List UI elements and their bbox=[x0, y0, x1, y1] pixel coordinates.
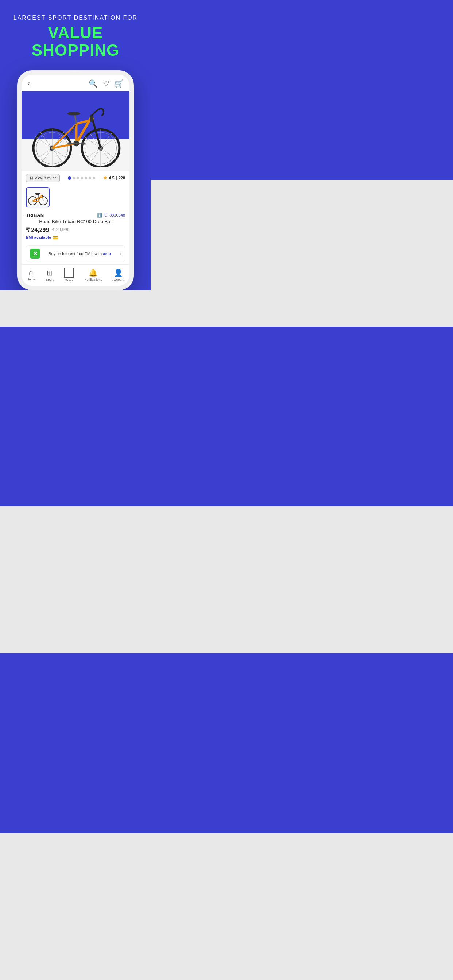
nav-account[interactable]: 👤 Account bbox=[112, 268, 124, 282]
rating-badge: ★ 4.5 | 228 bbox=[103, 175, 125, 180]
dot-4[interactable] bbox=[81, 177, 83, 180]
info-icon: ℹ️ bbox=[97, 213, 102, 218]
product-thumbnail[interactable] bbox=[26, 188, 49, 207]
product-image-area: TRIBAN bbox=[22, 91, 129, 171]
dot-7[interactable] bbox=[93, 177, 95, 180]
cart-icon[interactable]: 🛒 bbox=[115, 79, 124, 88]
thumbnail-bike bbox=[27, 188, 48, 206]
svg-rect-30 bbox=[67, 142, 72, 145]
svg-line-26 bbox=[75, 115, 76, 124]
nav-account-label: Account bbox=[112, 278, 124, 282]
current-price: ₹ 24,299 bbox=[26, 226, 49, 233]
product-title: Road Bike Triban RC100 Drop Bar bbox=[26, 219, 125, 224]
view-similar-button[interactable]: ⊡ View similar bbox=[26, 174, 60, 182]
nav-scan[interactable]: Scan bbox=[64, 267, 74, 282]
svg-line-39 bbox=[42, 195, 43, 201]
review-count: 228 bbox=[118, 176, 125, 180]
thumbnail-row bbox=[22, 185, 129, 210]
brand-name: TRIBAN bbox=[26, 213, 44, 218]
nav-home[interactable]: ⌂ Home bbox=[27, 268, 35, 281]
phone-top-bar: ‹ 🔍 ♡ 🛒 bbox=[22, 75, 129, 91]
phone-frame: ‹ 🔍 ♡ 🛒 bbox=[17, 70, 134, 290]
dot-2[interactable] bbox=[73, 177, 75, 180]
hero-title: VALUE SHOPPING bbox=[11, 24, 140, 59]
nav-sport-label: Sport bbox=[46, 278, 54, 282]
emi-row: EMI available 💳 bbox=[26, 235, 125, 240]
price-row: ₹ 24,299 ₹ 29,999 bbox=[26, 226, 125, 233]
top-icons: 🔍 ♡ 🛒 bbox=[89, 79, 124, 88]
view-similar-icon: ⊡ bbox=[30, 176, 33, 180]
axio-logo: ✕ bbox=[30, 249, 40, 259]
heart-icon[interactable]: ♡ bbox=[103, 79, 109, 88]
emi-arrow-icon: › bbox=[119, 251, 121, 257]
svg-point-42 bbox=[35, 193, 40, 195]
emi-card-icon: 💳 bbox=[53, 235, 58, 240]
brand-id-row: TRIBAN ℹ️ ID: 8810348 bbox=[26, 213, 125, 218]
bottom-nav: ⌂ Home ⊞ Sport bbox=[22, 264, 129, 286]
bell-icon: 🔔 bbox=[89, 268, 98, 277]
phone-inner: ‹ 🔍 ♡ 🛒 bbox=[22, 75, 129, 286]
dot-5[interactable] bbox=[85, 177, 87, 180]
emi-text: EMI available bbox=[26, 235, 51, 240]
nav-scan-label: Scan bbox=[65, 278, 73, 282]
dot-6[interactable] bbox=[89, 177, 91, 180]
dot-1[interactable] bbox=[68, 177, 71, 180]
bike-image: TRIBAN bbox=[22, 94, 129, 167]
nav-notifications[interactable]: 🔔 Notifications bbox=[84, 268, 102, 282]
star-icon: ★ bbox=[103, 175, 107, 180]
svg-point-27 bbox=[67, 111, 80, 115]
rating-value: 4.5 bbox=[109, 176, 114, 180]
home-icon: ⌂ bbox=[29, 268, 33, 277]
product-actions-row: ⊡ View similar bbox=[22, 171, 129, 185]
product-id: ℹ️ ID: 8810348 bbox=[97, 213, 125, 218]
emi-banner[interactable]: ✕ Buy on interest free EMIs with axio › bbox=[26, 245, 125, 262]
account-icon: 👤 bbox=[114, 268, 123, 277]
original-price: ₹ 29,999 bbox=[52, 227, 69, 232]
svg-rect-31 bbox=[81, 142, 85, 145]
nav-home-label: Home bbox=[27, 277, 35, 281]
sport-icon: ⊞ bbox=[47, 268, 53, 277]
phone-mockup: ‹ 🔍 ♡ 🛒 bbox=[11, 70, 140, 290]
emi-banner-text: Buy on interest free EMIs with axio bbox=[43, 251, 116, 256]
product-info: TRIBAN ℹ️ ID: 8810348 Road Bike Triban R… bbox=[22, 210, 129, 244]
dot-3[interactable] bbox=[77, 177, 79, 180]
svg-line-35 bbox=[32, 198, 38, 201]
rating-separator: | bbox=[116, 176, 117, 180]
nav-notifications-label: Notifications bbox=[84, 278, 102, 282]
emi-brand-name: axio bbox=[103, 251, 111, 256]
image-dots bbox=[68, 177, 95, 180]
hero-subtitle: LARGEST SPORT DESTINATION FOR bbox=[11, 14, 140, 21]
search-icon[interactable]: 🔍 bbox=[89, 79, 98, 88]
back-button[interactable]: ‹ bbox=[27, 79, 30, 88]
nav-sport[interactable]: ⊞ Sport bbox=[46, 268, 54, 282]
hero-section: ⚽🏊 LARGEST SPORT DESTINATION FOR VALUE S… bbox=[0, 0, 151, 290]
